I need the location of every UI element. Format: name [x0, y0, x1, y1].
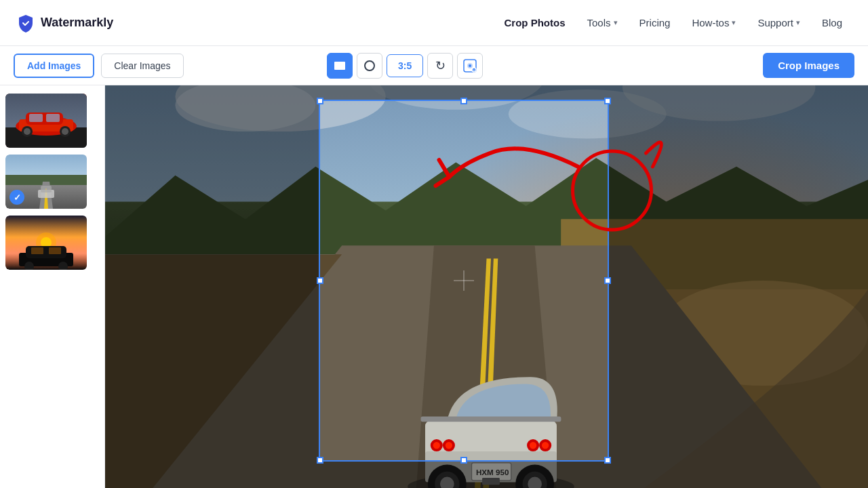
thumbnail-3-image	[5, 216, 87, 270]
svg-text:HXM 950: HXM 950	[476, 468, 509, 476]
image-sidebar: ✓	[0, 85, 105, 488]
svg-text:+: +	[473, 68, 475, 72]
rotate-button[interactable]: ↻	[427, 53, 453, 79]
svg-rect-62	[421, 416, 561, 422]
main-content: ✓	[0, 85, 868, 488]
svg-rect-22	[41, 186, 52, 192]
svg-point-13	[24, 128, 31, 135]
how-tos-chevron-icon: ▾	[732, 18, 736, 27]
add-images-button[interactable]: Add Images	[14, 54, 94, 78]
svg-rect-69	[482, 478, 500, 485]
smart-crop-button[interactable]: +	[457, 53, 483, 79]
support-chevron-icon: ▾	[796, 18, 800, 27]
nav-crop-photos[interactable]: Crop Photos	[495, 12, 575, 34]
brand-name: Watermarkly	[41, 16, 113, 30]
main-canvas-image: HXM 950	[105, 85, 868, 488]
nav-how-tos[interactable]: How-tos ▾	[682, 12, 745, 34]
aspect-ratio-button[interactable]: 3:5	[387, 54, 423, 77]
svg-point-59	[542, 442, 549, 449]
nav-pricing[interactable]: Pricing	[630, 12, 680, 34]
svg-rect-10	[29, 114, 43, 122]
svg-point-15	[62, 128, 68, 135]
canvas-area: HXM 950	[105, 85, 868, 488]
thumbnail-3[interactable]	[5, 216, 99, 270]
circle-icon	[364, 60, 375, 71]
svg-point-57	[530, 442, 536, 449]
thumbnail-1[interactable]	[5, 94, 99, 148]
toolbar-left: Add Images Clear Images	[14, 54, 184, 78]
svg-rect-29	[49, 247, 61, 254]
tools-chevron-icon: ▾	[614, 18, 618, 27]
rectangle-crop-button[interactable]	[327, 53, 353, 79]
thumbnail-2-check: ✓	[9, 190, 24, 205]
nav-links: Crop Photos Tools ▾ Pricing How-tos ▾ Su…	[495, 12, 852, 34]
svg-point-53	[433, 442, 440, 449]
thumbnail-2[interactable]: ✓	[5, 155, 99, 209]
nav-blog[interactable]: Blog	[812, 12, 852, 34]
nav-support[interactable]: Support ▾	[748, 12, 810, 34]
shield-icon	[16, 14, 35, 33]
svg-rect-11	[46, 114, 60, 122]
svg-rect-28	[31, 247, 43, 254]
rotate-icon: ↻	[435, 58, 446, 73]
circle-crop-button[interactable]	[357, 53, 382, 79]
smart-crop-icon: +	[462, 58, 477, 73]
navbar: Watermarkly Crop Photos Tools ▾ Pricing …	[0, 0, 868, 46]
nav-tools[interactable]: Tools ▾	[578, 12, 627, 34]
crop-images-button[interactable]: Crop Images	[763, 53, 854, 78]
thumbnail-1-image	[5, 94, 87, 148]
svg-point-2	[469, 64, 471, 67]
svg-point-55	[446, 442, 452, 449]
crop-tools: 3:5 ↻ +	[327, 53, 483, 79]
brand-logo[interactable]: Watermarkly	[16, 14, 113, 33]
clear-images-button[interactable]: Clear Images	[101, 54, 183, 78]
toolbar: Add Images Clear Images 3:5 ↻ + Crop Ima…	[0, 46, 868, 85]
rectangle-icon	[334, 62, 345, 70]
